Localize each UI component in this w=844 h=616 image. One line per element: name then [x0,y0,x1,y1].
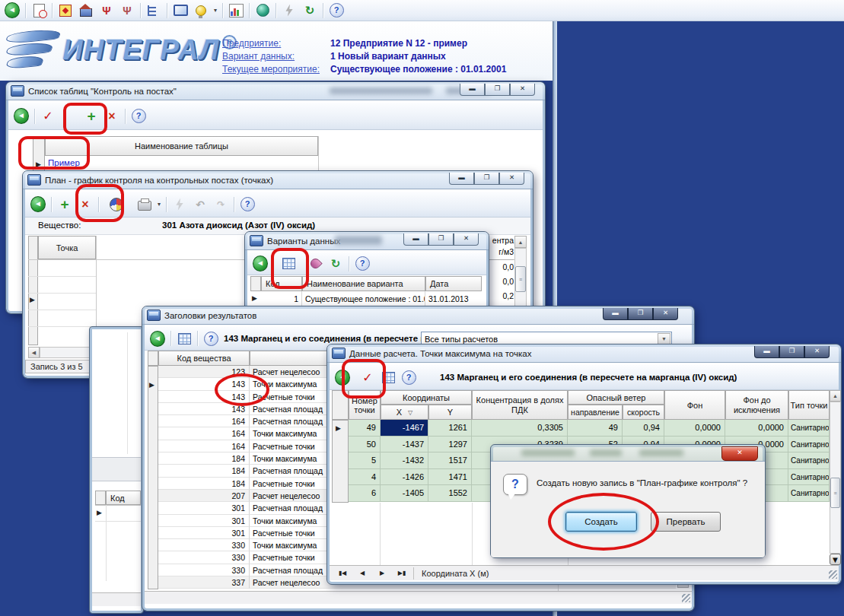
column-header[interactable]: Код вещества [158,351,250,366]
close-button[interactable]: ✕ [653,308,678,320]
grid-cell[interactable]: 49 [349,420,381,437]
grid-cell[interactable]: 50 [349,437,381,453]
back-icon[interactable] [150,331,165,346]
substance-code[interactable]: 123 [158,366,250,378]
column-header-code[interactable]: Код [261,276,302,291]
grid-cell[interactable]: Санитарно - защ [788,437,830,453]
minimize-button[interactable]: ▬ [460,84,485,96]
substance-code[interactable]: 184 [158,478,250,490]
table-row[interactable]: Пример [48,158,80,167]
grid-cell[interactable]: -1437 [381,437,428,453]
grid-cell[interactable]: -1432 [381,452,428,469]
column-header-date[interactable]: Дата [425,276,482,291]
scrollbar-thumb[interactable]: ≡ [830,478,840,508]
col-conc[interactable]: Концентрация в доляхПДК [472,390,568,420]
abort-button[interactable]: Прервать [651,512,721,532]
grid-icon[interactable] [177,331,192,346]
grid-cell[interactable]: -1467 [381,420,428,437]
printer-icon[interactable] [137,197,152,212]
grid-cell[interactable]: 1261 [428,420,472,437]
substance-code[interactable]: 164 [158,427,250,440]
column-header[interactable]: Код [106,491,141,505]
grid-cell[interactable]: -1405 [381,485,428,502]
substance-code[interactable]: 207 [158,490,250,502]
close-button[interactable]: ✕ [804,346,830,358]
substance-code[interactable]: 164 [158,440,250,452]
minimize-button[interactable]: ▬ [403,233,428,246]
col-fon[interactable]: Фон [664,390,725,420]
grid-cell[interactable]: 5 [349,452,381,469]
maximize-button[interactable]: ❐ [428,233,454,246]
check-icon[interactable] [40,109,56,124]
grid-cell[interactable]: 0,3305 [472,420,568,437]
substance-code[interactable]: 301 [158,502,250,514]
bolt-icon[interactable] [172,197,187,212]
antenna2-icon[interactable] [119,3,135,18]
prev-record-icon[interactable]: ◀ [354,567,371,579]
check-icon[interactable] [360,370,375,385]
scrollbar-thumb[interactable]: ≡ [515,266,526,292]
bolt-icon[interactable] [282,3,297,18]
col-fon2[interactable]: Фон доисключения [725,390,788,420]
minimize-button[interactable]: ▬ [603,308,628,320]
grid-cell[interactable]: 0,94 [623,420,664,437]
dialog-close-button[interactable]: ✕ [721,446,758,461]
feather-icon[interactable] [307,256,323,271]
report-icon[interactable] [31,3,46,18]
grid-cell[interactable]: Санитарно - защ [788,420,830,437]
scroll-up-icon[interactable]: ▲ [514,236,527,248]
help-icon[interactable] [131,109,146,124]
redo-icon[interactable] [213,197,228,212]
resize-grip[interactable] [682,594,690,602]
col-wind[interactable]: Опасный ветер [568,390,664,405]
col-y[interactable]: Y [428,405,472,420]
back-icon[interactable] [335,370,350,385]
substance-code[interactable]: 337 [158,576,250,589]
column-header-name[interactable]: Наименование варианта [302,276,425,291]
chart-icon[interactable] [228,3,244,18]
maximize-button[interactable]: ❐ [485,84,510,96]
tree-icon[interactable] [146,3,161,18]
help-icon[interactable] [329,3,344,18]
grid-cell[interactable]: -1426 [381,469,428,486]
grid-cell[interactable]: 49 [568,420,623,437]
column-header[interactable]: Наименование таблицы [45,136,318,156]
sphere-icon[interactable] [109,197,124,212]
grid-icon[interactable] [381,370,396,385]
combo-dropdown-icon[interactable]: ▼ [658,333,670,345]
substance-code[interactable]: 301 [158,515,250,527]
grid-cell[interactable]: 1297 [428,437,472,453]
grid-cell[interactable]: Санитарно - защ [788,485,830,502]
col-speed[interactable]: скорость [623,405,664,420]
substance-code[interactable]: 143 [158,391,250,403]
back-icon[interactable] [30,197,46,212]
resize-grip[interactable] [829,570,837,579]
substance-code[interactable]: 184 [158,465,250,477]
col-type[interactable]: Тип точки [788,390,830,420]
substance-code[interactable]: 330 [158,564,250,576]
scroll-left-icon[interactable]: ◀ [28,347,40,358]
plus-icon[interactable] [57,197,72,212]
grid-cell[interactable]: Санитарно - защ [788,469,830,486]
horizontal-scrollbar[interactable] [40,347,96,358]
house-icon[interactable] [78,3,94,18]
first-record-icon[interactable]: ▮◀ [334,567,351,579]
back-icon[interactable] [14,109,29,124]
table-row[interactable]: 1 Существующее положение : 01.01.2001 31… [261,291,482,306]
delete-icon[interactable] [104,109,119,124]
map-target-icon[interactable] [58,3,73,18]
help-icon[interactable] [240,197,255,212]
grid-cell[interactable]: 1471 [428,469,472,486]
lamp-dropdown-icon[interactable]: ▾ [214,7,217,14]
enterprise-label[interactable]: Предприятие: [222,38,330,49]
antenna-icon[interactable] [99,3,114,18]
substance-code[interactable]: 143 [158,378,250,390]
substance-code[interactable]: 143 [158,403,250,415]
last-record-icon[interactable]: ▶▮ [393,567,410,579]
maximize-button[interactable]: ❐ [474,173,499,185]
next-record-icon[interactable]: ▶ [374,567,390,579]
help-icon[interactable] [355,256,370,271]
substance-code[interactable]: 330 [158,539,250,551]
grid-cell[interactable]: 1517 [428,452,472,469]
scroll-up-icon[interactable]: ▲ [830,390,841,402]
